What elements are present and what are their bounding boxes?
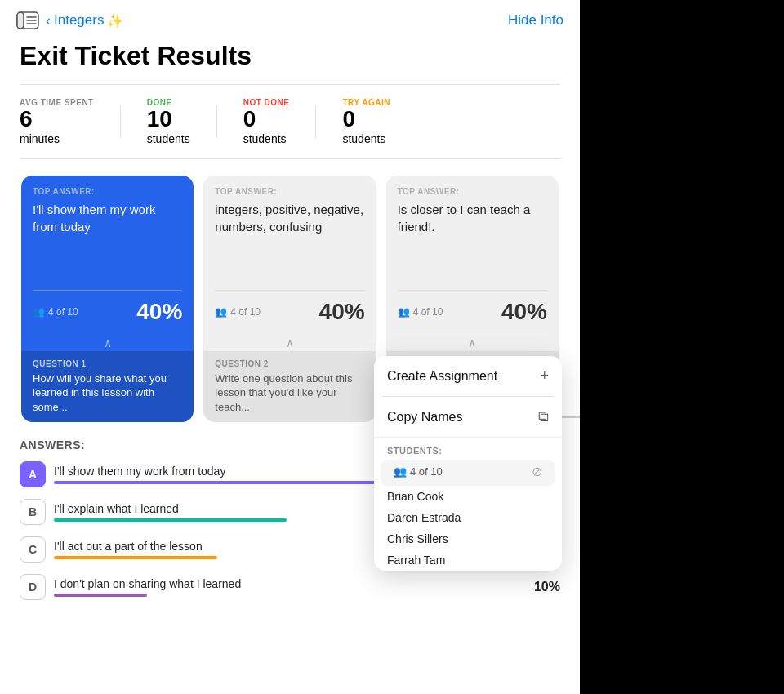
student-2: Daren Estrada — [374, 507, 562, 528]
students-icon-1: 👥 — [33, 306, 45, 318]
answer-bar-b — [54, 518, 287, 522]
stats-row: AVG TIME SPENT 6 minutes DONE 10 student… — [0, 85, 580, 158]
stat-divider-3 — [315, 105, 316, 138]
card-1-bottom: 👥 4 of 10 40% — [21, 291, 194, 333]
card-2-divider — [215, 290, 364, 291]
student-1: Brian Cook — [374, 486, 562, 507]
stat-avg-time: AVG TIME SPENT 6 minutes — [20, 98, 94, 145]
notdone-value: 0 — [243, 107, 290, 132]
card-1-divider — [33, 290, 182, 291]
answer-row-d: D I don't plan on sharing what I learned… — [20, 574, 560, 600]
card-2-answer: integers, positive, negative, numbers, c… — [215, 201, 364, 235]
student-4: Farrah Tam — [374, 549, 562, 571]
info-circle-icon: ⊘ — [532, 464, 542, 479]
stat-done: DONE 10 students — [147, 98, 190, 145]
avg-time-unit: minutes — [20, 132, 94, 145]
create-assignment-button[interactable]: Create Assignment + — [374, 356, 562, 396]
copy-icon: ⧉ — [538, 408, 549, 425]
card-1-top-label: TOP ANSWER: — [33, 187, 182, 196]
students-icon-3: 👥 — [398, 306, 410, 318]
popup-menu: Create Assignment + Copy Names ⧉ STUDENT… — [374, 356, 562, 571]
card-2-top-label: TOP ANSWER: — [215, 187, 364, 196]
answer-letter-a: A — [20, 461, 46, 487]
answer-letter-c: C — [20, 536, 46, 563]
answer-pct-d: 10% — [528, 580, 560, 594]
answer-content-d: I don't plan on sharing what I learned — [54, 577, 519, 597]
hide-info-button[interactable]: Hide Info — [508, 12, 564, 29]
done-value: 10 — [147, 107, 190, 132]
card-3-pct: 40% — [501, 299, 547, 325]
answer-bar-c — [54, 556, 217, 559]
sidebar-toggle-button[interactable] — [16, 11, 39, 29]
question-card-2[interactable]: TOP ANSWER: integers, positive, negative… — [203, 176, 376, 423]
card-2-count: 4 of 10 — [230, 306, 261, 318]
card-2-students: 👥 4 of 10 — [215, 306, 261, 318]
tryagain-value: 0 — [342, 107, 390, 132]
chevron-left-icon: ‹ — [46, 12, 51, 29]
page-title: Exit Ticket Results — [0, 38, 580, 84]
card-3-students: 👥 4 of 10 — [398, 306, 443, 318]
card-1-students: 👥 4 of 10 — [33, 306, 78, 318]
card-3-bottom: 👥 4 of 10 40% — [386, 291, 559, 333]
students-icon-2: 👥 — [215, 306, 227, 318]
top-nav: ‹ Integers ✨ Hide Info — [0, 0, 580, 38]
card-2-top: TOP ANSWER: integers, positive, negative… — [203, 176, 376, 290]
card-2-chevron: ∧ — [203, 333, 376, 351]
students-group-icon: 👥 — [394, 465, 407, 478]
card-3-chevron: ∧ — [386, 333, 559, 351]
card-1-footer-q: How will you share what you learned in t… — [33, 371, 182, 415]
card-1-pct: 40% — [136, 299, 182, 325]
card-1-answer: I'll show them my work from today — [33, 201, 182, 235]
student-3: Chris Sillers — [374, 528, 562, 549]
students-header-label: STUDENTS: — [374, 438, 562, 460]
card-1-chevron: ∧ — [21, 333, 194, 351]
question-card-1[interactable]: TOP ANSWER: I'll show them my work from … — [21, 176, 194, 423]
answer-bar-d — [54, 594, 147, 597]
copy-names-button[interactable]: Copy Names ⧉ — [374, 397, 562, 437]
tryagain-unit: students — [342, 132, 390, 145]
main-panel: ‹ Integers ✨ Hide Info Exit Ticket Resul… — [0, 0, 580, 694]
answer-text-d: I don't plan on sharing what I learned — [54, 577, 519, 590]
card-3-divider — [398, 290, 547, 291]
avg-time-value: 6 — [20, 107, 94, 132]
card-2-pct: 40% — [319, 299, 365, 325]
card-1-count: 4 of 10 — [48, 306, 78, 318]
answer-letter-d: D — [20, 574, 46, 600]
back-button[interactable]: ‹ Integers ✨ — [46, 12, 123, 29]
students-dropdown: STUDENTS: 👥 4 of 10 ⊘ Brian Cook Daren E… — [374, 437, 562, 571]
students-count-row: 👥 4 of 10 ⊘ — [381, 460, 555, 486]
students-count-text: 👥 4 of 10 — [394, 465, 443, 478]
done-unit: students — [147, 132, 190, 145]
card-1-footer-label: QUESTION 1 — [33, 359, 182, 368]
plus-icon: + — [540, 367, 549, 385]
answer-letter-b: B — [20, 499, 46, 525]
card-1-top: TOP ANSWER: I'll show them my work from … — [21, 176, 194, 290]
stat-divider-2 — [216, 105, 217, 138]
card-2-footer-label: QUESTION 2 — [215, 359, 364, 368]
sparkle-icon: ✨ — [107, 13, 123, 29]
card-2-bottom: 👥 4 of 10 40% — [203, 291, 376, 333]
card-3-top: TOP ANSWER: Is closer to I can teach a f… — [386, 176, 559, 290]
notdone-unit: students — [243, 132, 290, 145]
card-3-count: 4 of 10 — [413, 306, 443, 318]
card-2-footer: QUESTION 2 Write one question about this… — [203, 351, 376, 423]
answer-bar-a — [54, 481, 380, 484]
nav-left: ‹ Integers ✨ — [16, 11, 123, 29]
stat-notdone: NOT DONE 0 students — [243, 98, 290, 145]
card-2-footer-q: Write one question about this lesson tha… — [215, 371, 364, 415]
students-count: 4 of 10 — [410, 465, 443, 478]
stat-divider-1 — [120, 105, 121, 138]
card-1-footer: QUESTION 1 How will you share what you l… — [21, 351, 194, 423]
create-assignment-label: Create Assignment — [387, 369, 497, 384]
card-3-top-label: TOP ANSWER: — [398, 187, 547, 196]
back-label: Integers — [54, 12, 104, 29]
card-3-answer: Is closer to I can teach a friend!. — [398, 201, 547, 235]
svg-rect-1 — [17, 12, 24, 29]
stat-tryagain: TRY AGAIN 0 students — [342, 98, 390, 145]
copy-names-label: Copy Names — [387, 410, 462, 425]
